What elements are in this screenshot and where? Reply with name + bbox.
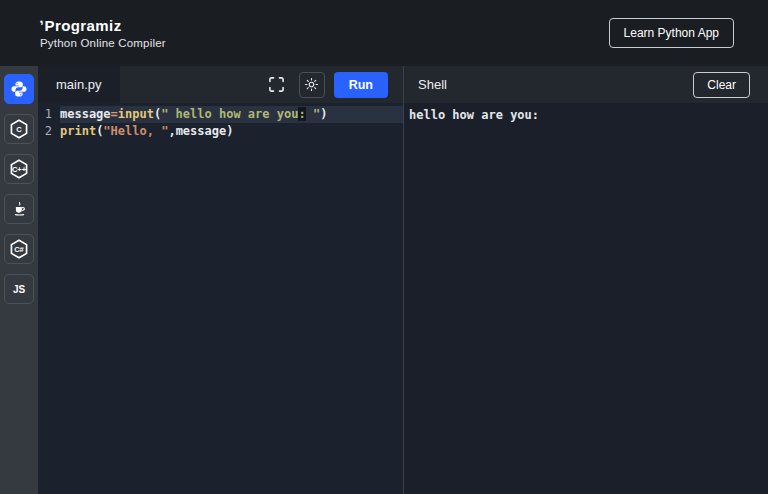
code-line-content: message=input(" hello how are you: "): [60, 106, 403, 123]
light-theme-sun-icon: [304, 77, 319, 92]
language-sidebar: C C++: [0, 66, 38, 494]
tab-main-py[interactable]: main.py: [38, 66, 120, 103]
editor-column: main.py: [38, 66, 403, 494]
token-builtin: print: [60, 124, 96, 138]
fullscreen-icon: [268, 76, 285, 93]
shell-column: Shell Clear hello how are you:: [404, 66, 768, 494]
shell-toolbar: Shell Clear: [404, 66, 768, 103]
shell-output: hello how are you:: [409, 107, 763, 123]
brand[interactable]: ’Programiz Python Online Compiler: [40, 17, 166, 49]
sidebar-item-javascript-label: JS: [13, 284, 25, 295]
page-title: Python Online Compiler: [40, 37, 166, 49]
shell-title: Shell: [418, 77, 447, 92]
learn-python-app-button[interactable]: Learn Python App: [609, 18, 734, 48]
sidebar-item-python[interactable]: [4, 74, 34, 104]
sidebar-item-csharp[interactable]: C#: [4, 234, 34, 264]
sidebar-item-c[interactable]: C: [4, 114, 34, 144]
token-plain: ,: [168, 124, 175, 138]
java-coffee-icon: [11, 201, 28, 218]
line-number: 1: [38, 106, 60, 123]
token-plain: ): [226, 124, 233, 138]
programiz-logo: ’Programiz: [40, 17, 166, 34]
token-ident: message: [60, 107, 111, 121]
sidebar-item-cpp-label: C++: [12, 165, 26, 174]
main: main.py: [38, 66, 768, 494]
code-line-content: print("Hello, ",message): [60, 123, 403, 140]
clear-button[interactable]: Clear: [693, 72, 750, 98]
token-builtin: input: [118, 107, 154, 121]
theme-toggle-button[interactable]: [299, 72, 325, 98]
editor-toolbar: main.py: [38, 66, 403, 103]
sidebar-item-javascript[interactable]: JS: [4, 274, 34, 304]
token-string_alt: "Hello, ": [103, 124, 168, 138]
token-string: ": [306, 107, 320, 121]
logo-text: Programiz: [45, 17, 122, 34]
code-line: 1message=input(" hello how are you: "): [38, 106, 403, 123]
sidebar-item-java[interactable]: [4, 194, 34, 224]
token-ident: message: [176, 124, 227, 138]
sidebar-item-cpp[interactable]: C++: [4, 154, 34, 184]
token-plain: ): [320, 107, 327, 121]
body: C C++: [0, 66, 768, 494]
code-line: 2print("Hello, ",message): [38, 123, 403, 140]
token-string: " hello how are you: [161, 107, 298, 121]
sidebar-item-csharp-label: C#: [14, 245, 24, 254]
token-op: =: [111, 107, 118, 121]
sidebar-item-c-label: C: [16, 125, 21, 134]
fullscreen-button[interactable]: [264, 72, 290, 98]
text-cursor: :: [298, 107, 305, 121]
tab-main-py-label: main.py: [56, 77, 102, 92]
header: ’Programiz Python Online Compiler Learn …: [0, 0, 768, 66]
shell-panel[interactable]: hello how are you:: [404, 103, 768, 494]
line-number: 2: [38, 123, 60, 140]
code-editor[interactable]: 1message=input(" hello how are you: ")2p…: [38, 103, 403, 494]
python-icon: [10, 80, 28, 98]
run-button[interactable]: Run: [334, 72, 388, 98]
python-online-compiler-app: ’Programiz Python Online Compiler Learn …: [0, 0, 768, 494]
